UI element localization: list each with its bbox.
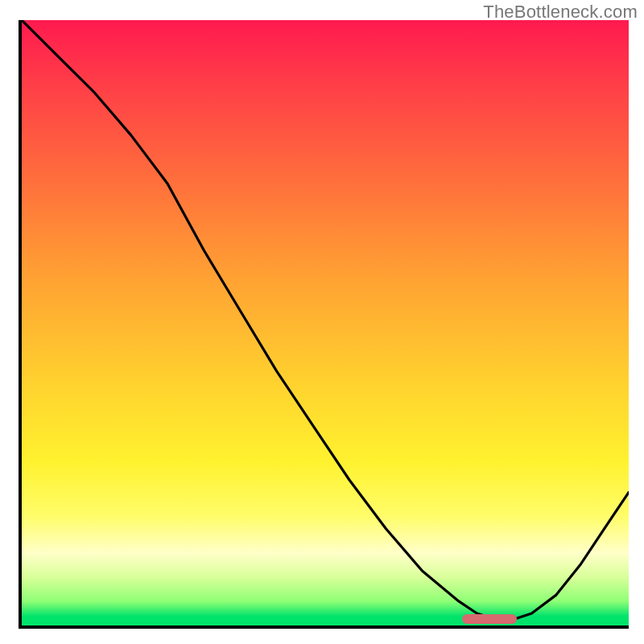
bottleneck-curve — [22, 20, 629, 625]
optimal-range-marker — [462, 614, 517, 624]
chart-area — [19, 20, 629, 629]
